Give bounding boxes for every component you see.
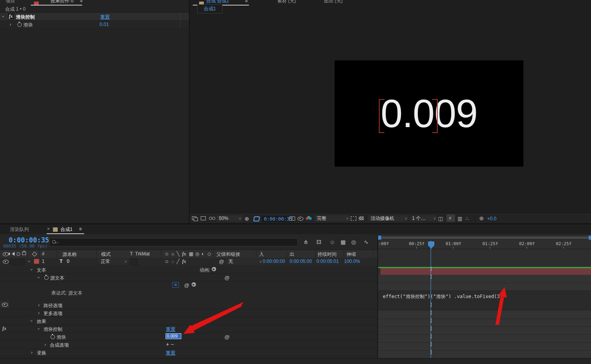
col-index[interactable]: # bbox=[42, 251, 45, 257]
prop-row-slider[interactable]: 滑块 0.009 @ bbox=[0, 332, 377, 341]
col-trkmat[interactable]: TrkMat bbox=[135, 251, 150, 257]
col-source-name[interactable]: 源名称 bbox=[62, 251, 77, 258]
timeline-tab-close-icon[interactable]: × bbox=[47, 226, 50, 232]
layer-shy-icon[interactable]: ☺ bbox=[164, 259, 169, 264]
chevron-right-icon[interactable]: › bbox=[38, 302, 40, 308]
expression-language-menu-icon[interactable]: ▶ bbox=[192, 282, 196, 287]
comp-name-tab[interactable]: 合成1 bbox=[197, 4, 222, 13]
parent-dropdown[interactable]: 无˅ bbox=[226, 258, 263, 265]
layer-visibility-icon[interactable] bbox=[3, 260, 9, 264]
shy-layers-icon[interactable]: ☺ bbox=[329, 239, 335, 245]
layer-duration-value[interactable]: 0:00:05:01 bbox=[316, 259, 339, 264]
playhead-line[interactable] bbox=[431, 240, 431, 358]
effect-row-slider-control[interactable]: › fx 滑块控制 重置 bbox=[0, 13, 189, 20]
effect-reset-button[interactable]: 重置 bbox=[100, 14, 110, 21]
channel-rgb-icon[interactable] bbox=[306, 216, 312, 221]
tab-render-queue[interactable]: 渲染队列 bbox=[10, 226, 29, 233]
chevron-right-icon[interactable]: › bbox=[44, 342, 46, 347]
chevron-down-icon[interactable]: › bbox=[36, 277, 41, 279]
motion-blur-icon[interactable]: ◎ bbox=[351, 239, 356, 245]
tab-layer[interactable]: 图层 (无) bbox=[324, 0, 343, 4]
current-timecode[interactable]: 0:00:00:35 bbox=[9, 236, 49, 244]
col-stretch[interactable]: 伸缩 bbox=[346, 251, 356, 258]
prop-row-slider-control[interactable]: fx › 滑块控制 重置 bbox=[0, 325, 377, 333]
timeline-button-icon[interactable]: ▥ bbox=[457, 216, 462, 221]
magnification-dropdown[interactable]: 50%˅ bbox=[216, 215, 243, 221]
expression-field[interactable]: effect("滑块控制")("滑块") .value.toFixed(3) bbox=[378, 291, 591, 310]
exposure-value[interactable]: +0.0 bbox=[487, 216, 497, 221]
layer-quality-icon[interactable]: ╱ bbox=[177, 259, 179, 264]
tab-footage[interactable]: 素材 (无) bbox=[277, 0, 296, 4]
canvas-text-layer[interactable]: 0.009 bbox=[335, 60, 523, 167]
navigator-handle-right[interactable] bbox=[589, 236, 591, 240]
timeline-menu-icon[interactable]: ≡ bbox=[79, 226, 82, 232]
fx-icon[interactable]: fx bbox=[2, 326, 6, 332]
timeline-search-input[interactable]: ˅ bbox=[49, 238, 298, 246]
layer-in-value[interactable]: 0:00:00:00 bbox=[263, 259, 285, 264]
transform-reset-button[interactable]: 重置 bbox=[166, 350, 175, 356]
view-layout-dropdown[interactable]: 1 个…˅ bbox=[410, 215, 437, 221]
layer-duration-bar[interactable] bbox=[380, 268, 591, 275]
expression-label-row[interactable]: 表达式: 源文本 bbox=[0, 288, 377, 296]
graph-editor-icon[interactable]: ∿ bbox=[364, 239, 369, 245]
stopwatch-icon[interactable] bbox=[44, 276, 49, 280]
time-ruler[interactable]: :00f 00:25f 01:00f 01:25f 02:00f 02:25f bbox=[378, 240, 591, 249]
pixel-aspect-icon[interactable]: ◫ bbox=[438, 216, 443, 221]
stereo-3d-icon[interactable] bbox=[209, 217, 212, 220]
pickwhip-icon[interactable]: @ bbox=[224, 334, 230, 340]
primary-viewer-icon[interactable] bbox=[201, 216, 206, 220]
frame-blend-icon[interactable]: ▦ bbox=[341, 239, 346, 245]
transparency-grid-icon[interactable] bbox=[359, 216, 364, 220]
tab-project[interactable]: 项目 bbox=[6, 0, 15, 4]
path-options-eye-icon[interactable] bbox=[2, 303, 8, 307]
animate-menu-icon[interactable]: ▶ bbox=[212, 267, 216, 271]
expression-enable-icon[interactable]: = bbox=[172, 282, 179, 288]
pickwhip-icon[interactable]: @ bbox=[224, 275, 230, 281]
chevron-down-icon[interactable]: › bbox=[0, 16, 6, 18]
stopwatch-icon[interactable] bbox=[17, 23, 22, 27]
tab-timeline-comp[interactable]: 合成1 bbox=[60, 226, 73, 233]
prop-row-text[interactable]: › 文本 动画: ▶ bbox=[0, 265, 377, 274]
expression-code[interactable]: effect("滑块控制")("滑块") .value.toFixed(3) bbox=[383, 293, 503, 300]
layer-rasterize-icon[interactable]: ☼ bbox=[171, 259, 175, 264]
chevron-down-icon[interactable]: › bbox=[29, 269, 34, 271]
layer-fx-icon[interactable]: fx bbox=[182, 259, 186, 265]
layer-label-chip[interactable] bbox=[34, 259, 39, 264]
prop-row-effects[interactable]: › 效果 bbox=[0, 317, 377, 325]
tab-effect-controls[interactable]: 效果控件 0 bbox=[51, 0, 73, 4]
view-dropdown[interactable]: 活动摄像机˅ bbox=[368, 215, 408, 221]
viewer-menu-icon[interactable]: ≡ bbox=[245, 0, 248, 4]
slider-value-input[interactable]: 0.009 bbox=[166, 333, 181, 339]
stopwatch-icon[interactable] bbox=[51, 335, 55, 339]
composition-canvas[interactable]: 0.009 bbox=[335, 60, 523, 167]
col-in[interactable]: 入 bbox=[259, 251, 264, 258]
draft-3d-icon[interactable]: ⚃ bbox=[316, 239, 321, 245]
col-t[interactable]: T bbox=[130, 251, 133, 257]
col-duration[interactable]: 持续时间 bbox=[318, 251, 337, 258]
tab-composition[interactable]: 合成 合成1 bbox=[206, 0, 229, 4]
chevron-right-icon[interactable]: › bbox=[38, 310, 40, 316]
always-preview-icon[interactable] bbox=[192, 216, 196, 220]
reset-exposure-icon[interactable]: ⊛ bbox=[479, 215, 484, 221]
param-value[interactable]: 0.01 bbox=[100, 22, 109, 27]
layer-name[interactable]: 0 bbox=[67, 259, 70, 264]
prop-row-path-options[interactable]: › 路径选项 bbox=[0, 301, 377, 309]
timeline-navigator[interactable] bbox=[378, 236, 591, 240]
flowchart-icon[interactable]: ∴ bbox=[465, 216, 469, 221]
prop-row-source-text[interactable]: › 源文本 @ bbox=[0, 273, 377, 281]
resolution-dropdown[interactable]: 完整˅ bbox=[314, 215, 350, 221]
navigator-handle-left[interactable] bbox=[378, 236, 381, 240]
parent-pickwhip-icon[interactable]: @ bbox=[219, 259, 224, 265]
chevron-right-icon[interactable]: › bbox=[31, 350, 33, 355]
layer-row[interactable]: › 1 T 0 正常˅ ☺ ☼ ╱ fx @ 无˅ 0:00:00:00 0:0… bbox=[0, 258, 377, 265]
panel-menu-icon[interactable]: ≡ bbox=[80, 0, 83, 4]
grid-guides-icon[interactable]: ⊕ bbox=[245, 216, 249, 222]
prop-row-transform[interactable]: › 变换 重置 bbox=[0, 348, 377, 356]
blend-mode-dropdown[interactable]: 正常˅ bbox=[98, 258, 128, 265]
show-snapshot-icon[interactable] bbox=[297, 217, 303, 221]
composition-mini-flowchart-icon[interactable]: ⋔ bbox=[303, 239, 308, 245]
prop-row-more-options[interactable]: › 更多选项 bbox=[0, 309, 377, 317]
chevron-down-icon[interactable]: › bbox=[36, 328, 41, 330]
col-out[interactable]: 出 bbox=[290, 251, 294, 258]
chevron-right-icon[interactable]: › bbox=[9, 22, 11, 27]
